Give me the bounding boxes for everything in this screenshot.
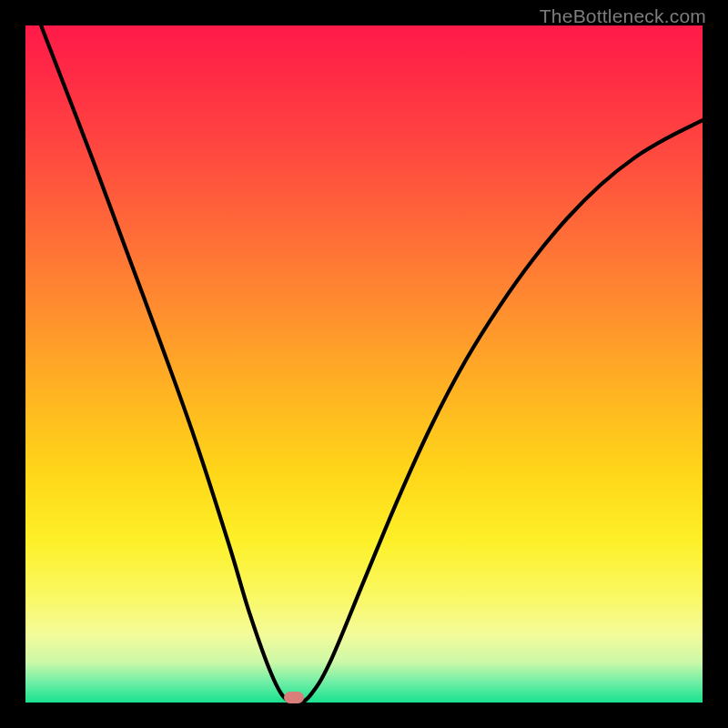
watermark-text: TheBottleneck.com	[540, 5, 706, 27]
curve-path	[25, 0, 703, 703]
optimum-marker	[284, 692, 304, 703]
chart-frame: TheBottleneck.com	[0, 0, 728, 728]
chart-plot-area	[25, 25, 703, 703]
bottleneck-curve	[25, 25, 703, 703]
